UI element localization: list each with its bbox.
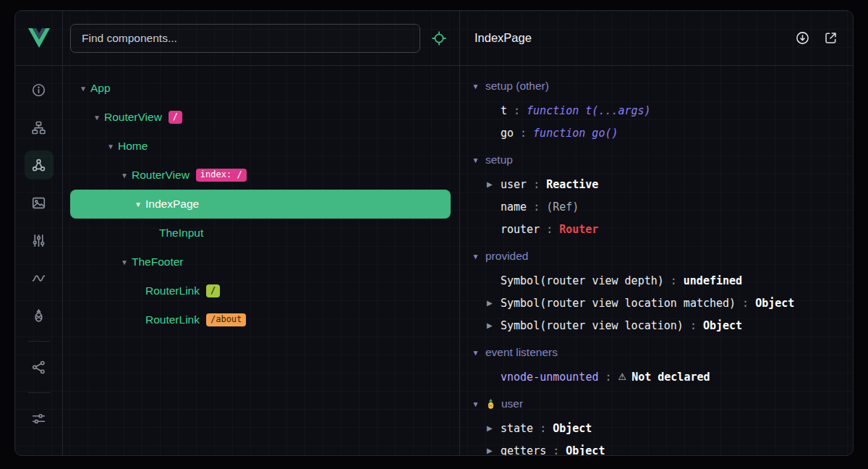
caret-down-icon[interactable]: ▼ (117, 172, 132, 179)
caret-down-icon[interactable]: ▼ (131, 200, 145, 208)
property-value: Object (566, 444, 605, 456)
assets-icon[interactable] (25, 188, 54, 217)
colon-separator: : (514, 104, 520, 117)
route-badge: / (169, 111, 182, 124)
search-box[interactable] (70, 24, 420, 53)
rail-divider (28, 392, 50, 393)
inspector-row-state[interactable]: ▶state:Object (460, 417, 853, 439)
warning-icon: ⚠ (618, 371, 627, 382)
colon-separator: : (520, 127, 527, 140)
caret-down-icon[interactable]: ▼ (471, 156, 480, 164)
caret-down-icon[interactable]: ▼ (471, 253, 480, 261)
tree-node-indexpage[interactable]: ▼IndexPage (70, 190, 451, 219)
components-inspector-icon[interactable] (25, 151, 54, 179)
section-title: user (501, 397, 523, 410)
caret-down-icon[interactable]: ▼ (471, 83, 480, 90)
component-tree: ▼App▼RouterView/▼Home▼RouterViewindex: /… (63, 66, 459, 334)
property-key: Symbol(router view depth) (501, 274, 664, 287)
inspector-title: IndexPage (475, 31, 532, 45)
inspector-row-getters[interactable]: ▶getters:Object (460, 439, 853, 455)
section-header-setup[interactable]: ▼setup (460, 147, 853, 173)
inspector-row-router[interactable]: router:Router (460, 218, 853, 240)
pinia-icon[interactable] (25, 301, 54, 330)
route-badge: index: / (196, 169, 247, 182)
caret-right-icon[interactable]: ▶ (487, 321, 501, 329)
section-header-setup-other[interactable]: ▼setup (other) (460, 73, 853, 99)
property-value: function go() (533, 127, 618, 140)
tree-node-thefooter[interactable]: ▼TheFooter (70, 248, 451, 276)
inspector-row-vnode-unmounted[interactable]: vnode-unmounted:⚠Not declared (460, 366, 853, 388)
tree-node-routerview[interactable]: ▼RouterViewindex: / (70, 161, 451, 190)
colon-separator: : (533, 178, 540, 191)
overview-icon[interactable] (25, 75, 54, 104)
section-header-provided[interactable]: ▼provided (460, 243, 853, 269)
inspector-row-t[interactable]: t:function t(...args) (460, 99, 853, 122)
caret-right-icon[interactable]: ▶ (487, 299, 501, 307)
property-value: undefined (684, 274, 742, 287)
property-key: state (501, 422, 533, 435)
property-key: user (501, 178, 527, 191)
property-value: (Ref) (546, 200, 579, 214)
section-header-event-listeners[interactable]: ▼event listeners (460, 339, 853, 366)
caret-down-icon[interactable]: ▼ (76, 85, 90, 93)
inspector-section-event-listeners: ▼event listenersvnode-unmounted:⚠Not dec… (460, 339, 853, 388)
tree-node-theinput[interactable]: TheInput (70, 219, 451, 248)
component-name: RouterView (132, 169, 190, 182)
caret-down-icon[interactable]: ▼ (117, 258, 132, 266)
vue-logo[interactable] (15, 11, 62, 66)
component-name: App (90, 82, 111, 95)
caret-right-icon[interactable]: ▶ (487, 447, 501, 455)
settings-panel-icon[interactable] (25, 226, 54, 255)
caret-right-icon[interactable]: ▶ (487, 424, 501, 432)
property-value: Not declared (631, 371, 710, 384)
colon-separator: : (553, 444, 559, 456)
colon-separator: : (671, 274, 677, 287)
inspector-actions (794, 30, 838, 46)
tree-node-routerlink[interactable]: RouterLink/ (70, 276, 451, 305)
graph-icon[interactable] (25, 352, 54, 381)
component-name: IndexPage (145, 198, 199, 211)
section-title: provided (485, 250, 528, 263)
caret-down-icon[interactable]: ▼ (471, 349, 480, 357)
route-badge: / (206, 284, 220, 298)
property-key: name (501, 200, 527, 214)
inspector-row-user[interactable]: ▶user:Reactive (460, 173, 853, 195)
select-component-target-icon[interactable] (430, 29, 448, 48)
inspector-row-symbol-router-view-depth[interactable]: Symbol(router view depth):undefined (460, 269, 853, 292)
property-key: router (501, 223, 540, 236)
vue-logo-icon (28, 28, 50, 48)
inspector-section-user: ▼user▶state:Object▶getters:Object (460, 391, 853, 455)
pages-tree-icon[interactable] (25, 113, 54, 142)
inspector-row-name[interactable]: name:(Ref) (460, 195, 853, 218)
caret-right-icon[interactable]: ▶ (487, 180, 501, 188)
caret-down-icon[interactable]: ▼ (90, 114, 104, 122)
section-title: setup (485, 153, 513, 166)
inspector-row-go[interactable]: go:function go() (460, 122, 853, 144)
open-in-editor-icon[interactable] (822, 30, 838, 46)
section-title: setup (other) (485, 80, 549, 93)
component-name: RouterLink (145, 284, 200, 297)
component-tree-panel: ▼App▼RouterView/▼Home▼RouterViewindex: /… (63, 11, 460, 455)
inspector-row-symbol-router-view-location-matched[interactable]: ▶Symbol(router view location matched):Ob… (460, 292, 853, 314)
caret-down-icon[interactable]: ▼ (471, 400, 480, 408)
property-key: Symbol(router view location matched) (501, 297, 736, 310)
inspector-row-symbol-router-view-location[interactable]: ▶Symbol(router view location):Object (460, 314, 853, 337)
colon-separator: : (690, 319, 697, 332)
devtools-settings-icon[interactable] (25, 404, 54, 433)
tree-node-home[interactable]: ▼Home (70, 132, 451, 161)
timeline-icon[interactable] (25, 263, 54, 292)
scroll-to-component-icon[interactable] (794, 30, 810, 46)
tree-node-routerview[interactable]: ▼RouterView/ (70, 103, 451, 132)
tree-node-app[interactable]: ▼App (70, 74, 451, 103)
inspector-header: IndexPage (460, 11, 853, 66)
section-title: event listeners (485, 346, 558, 359)
inspector-section-setup-other: ▼setup (other)t:function t(...args)go:fu… (460, 73, 853, 144)
property-value: Reactive (546, 178, 598, 191)
sidebar-rail (15, 11, 63, 455)
tree-node-routerlink[interactable]: RouterLink/about (70, 305, 451, 334)
route-badge: /about (206, 313, 246, 327)
section-header-user[interactable]: ▼user (460, 391, 853, 417)
property-key: go (501, 127, 514, 140)
caret-down-icon[interactable]: ▼ (103, 143, 118, 151)
search-input[interactable] (80, 31, 410, 46)
